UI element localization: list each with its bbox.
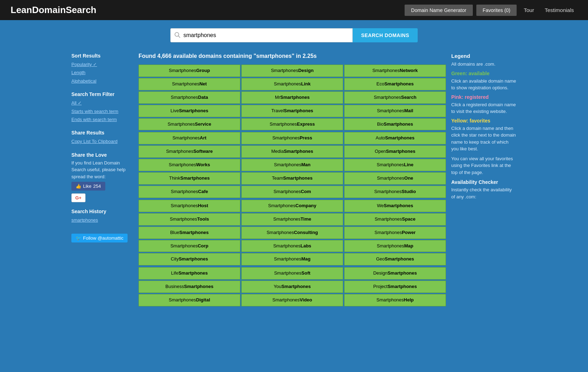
share-section: Share Results Copy List To Clipboard <box>71 130 133 145</box>
like-count: 254 <box>93 184 101 189</box>
domain-cell[interactable]: SmartphonesNet <box>139 78 240 90</box>
domain-cell[interactable]: SmartphonesTools <box>139 213 240 226</box>
domain-cell[interactable]: SmartphonesWorks <box>139 159 240 171</box>
share-title: Share Results <box>71 130 133 136</box>
domain-cell[interactable]: GeoSmartphones <box>344 253 446 265</box>
love-text: If you find Lean Domain Search useful, p… <box>71 160 133 180</box>
search-button[interactable]: SEARCH DOMAINS <box>353 28 418 42</box>
history-smartphones[interactable]: smartphones <box>71 216 133 224</box>
domain-cell[interactable]: YouSmartphones <box>241 281 343 293</box>
domain-row: SmartphonesDataMrSmartphonesSmartphonesS… <box>139 91 446 104</box>
like-button[interactable]: 👍 Like 254 <box>71 182 105 191</box>
search-area: SEARCH DOMAINS <box>0 21 588 48</box>
domain-cell[interactable]: AutoSmartphones <box>344 132 446 144</box>
sidebar: Sort Results Popularity ✓ Length Alphabe… <box>71 51 133 308</box>
domain-cell[interactable]: SmartphonesLabs <box>241 240 343 252</box>
search-icon <box>174 32 181 39</box>
domain-cell[interactable]: SmartphonesConsulting <box>241 227 343 239</box>
domain-cell[interactable]: SmartphonesSpace <box>344 213 446 226</box>
domain-cell[interactable]: BioSmartphones <box>344 118 446 131</box>
domain-cell[interactable]: SmartphonesHost <box>139 200 240 212</box>
domain-cell[interactable]: SmartphonesCompany <box>241 200 343 212</box>
legend-yellow-text2: You can view all your favorites using th… <box>451 155 517 176</box>
domain-cell[interactable]: SmartphonesArt <box>139 132 240 144</box>
domain-cell[interactable]: SmartphonesSearch <box>344 91 446 104</box>
testimonials-link[interactable]: Testimonials <box>541 4 577 16</box>
domain-cell[interactable]: EcoSmartphones <box>344 78 446 90</box>
domain-cell[interactable]: SmartphonesMag <box>241 253 343 265</box>
domain-cell[interactable]: SmartphonesTime <box>241 213 343 226</box>
content: Found 4,666 available domains containing… <box>139 51 446 308</box>
domain-cell[interactable]: SmartphonesData <box>139 91 240 104</box>
domain-cell[interactable]: SmartphonesMail <box>344 105 446 117</box>
domain-cell[interactable]: CitySmartphones <box>139 253 240 265</box>
domain-cell[interactable]: SmartphonesDesign <box>241 65 343 77</box>
domain-row: LiveSmartphonesTravelSmartphonesSmartpho… <box>139 105 446 117</box>
domain-cell[interactable]: SmartphonesPower <box>344 227 446 239</box>
legend-yellow-label: Yellow: favorites <box>451 118 517 124</box>
domain-group-1: SmartphonesArtSmartphonesPressAutoSmartp… <box>139 132 446 198</box>
domain-cell[interactable]: SmartphonesNetwork <box>344 65 446 77</box>
favorites-btn[interactable]: Favorites (0) <box>476 5 517 16</box>
legend-all-com: All domains are .com. <box>451 61 517 68</box>
domain-cell[interactable]: SmartphonesSoft <box>241 267 343 280</box>
domain-cell[interactable]: BlueSmartphones <box>139 227 240 239</box>
domain-cell[interactable]: LifeSmartphones <box>139 267 240 280</box>
domain-cell[interactable]: TeamSmartphones <box>241 172 343 185</box>
domain-cell[interactable]: SmartphonesOne <box>344 172 446 185</box>
filter-starts[interactable]: Starts with search term <box>71 107 133 115</box>
sort-section: Sort Results Popularity ✓ Length Alphabe… <box>71 53 133 85</box>
domain-group-2: SmartphonesHostSmartphonesCompanyWeSmart… <box>139 200 446 265</box>
domain-row: SmartphonesHostSmartphonesCompanyWeSmart… <box>139 200 446 212</box>
domain-cell[interactable]: SmartphonesPress <box>241 132 343 144</box>
domain-cell[interactable]: SmartphonesExpress <box>241 118 343 131</box>
domain-cell[interactable]: SmartphonesService <box>139 118 240 131</box>
history-title: Search History <box>71 209 133 214</box>
domain-cell[interactable]: SmartphonesCom <box>241 186 343 198</box>
domain-cell[interactable]: SmartphonesDigital <box>139 294 240 306</box>
domain-name-generator-btn[interactable]: Domain Name Generator <box>405 5 472 16</box>
sort-popularity[interactable]: Popularity ✓ <box>71 60 133 68</box>
logo: LeanDomainSearch <box>11 5 96 16</box>
domain-cell[interactable]: SmartphonesVideo <box>241 294 343 306</box>
domain-row: SmartphonesCafeSmartphonesComSmartphones… <box>139 186 446 198</box>
nav: Domain Name Generator Favorites (0) Tour… <box>405 4 577 16</box>
copy-list-link[interactable]: Copy List To Clipboard <box>71 137 133 145</box>
domain-cell[interactable]: SmartphonesSoftware <box>139 145 240 158</box>
filter-all[interactable]: All ✓ <box>71 99 133 107</box>
domain-cell[interactable]: ThinkSmartphones <box>139 172 240 185</box>
love-title: Share the Love <box>71 152 133 158</box>
domain-cell[interactable]: SmartphonesMan <box>241 159 343 171</box>
domain-cell[interactable]: TravelSmartphones <box>241 105 343 117</box>
domain-cell[interactable]: ProjectSmartphones <box>344 281 446 293</box>
gplus-icon: G+ <box>75 195 82 200</box>
domain-cell[interactable]: WeSmartphones <box>344 200 446 212</box>
avail-checker-text: Instantly check the availability of any … <box>451 186 517 200</box>
twitter-button[interactable]: 🐦 Follow @automattic <box>71 234 128 242</box>
domain-cell[interactable]: BusinessSmartphones <box>139 281 240 293</box>
gplus-button[interactable]: G+ <box>71 193 86 202</box>
domain-cell[interactable]: SmartphonesCafe <box>139 186 240 198</box>
domain-cell[interactable]: DesignSmartphones <box>344 267 446 280</box>
domain-results: SmartphonesGroupSmartphonesDesignSmartph… <box>139 65 446 306</box>
search-input-wrap <box>170 28 353 42</box>
search-input[interactable] <box>183 29 349 42</box>
sort-alphabetical[interactable]: Alphabetical <box>71 77 133 85</box>
domain-cell[interactable]: LiveSmartphones <box>139 105 240 117</box>
domain-cell[interactable]: SmartphonesGroup <box>139 65 240 77</box>
domain-cell[interactable]: SmartphonesMap <box>344 240 446 252</box>
domain-cell[interactable]: MediaSmartphones <box>241 145 343 158</box>
domain-row: SmartphonesToolsSmartphonesTimeSmartphon… <box>139 213 446 226</box>
sort-length[interactable]: Length <box>71 68 133 77</box>
domain-cell[interactable]: SmartphonesLine <box>344 159 446 171</box>
filter-ends[interactable]: Ends with search term <box>71 115 133 124</box>
tour-link[interactable]: Tour <box>520 4 537 16</box>
domain-cell[interactable]: SmartphonesCorp <box>139 240 240 252</box>
logo-plain: Lean <box>11 5 32 15</box>
domain-cell[interactable]: OpenSmartphones <box>344 145 446 158</box>
domain-cell[interactable]: SmartphonesHelp <box>344 294 446 306</box>
domain-cell[interactable]: MrSmartphones <box>241 91 343 104</box>
search-form: SEARCH DOMAINS <box>170 28 418 42</box>
domain-cell[interactable]: SmartphonesStudio <box>344 186 446 198</box>
domain-cell[interactable]: SmartphonesLink <box>241 78 343 90</box>
